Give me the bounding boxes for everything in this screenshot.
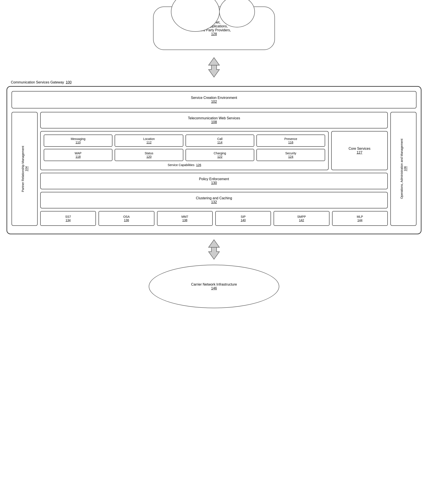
sc-security: Security 124 — [256, 149, 325, 161]
pe-title: Policy Enforcement — [43, 177, 385, 181]
cc-ref: 132 — [43, 200, 385, 204]
carrier-ref: 146 — [211, 287, 217, 290]
tws-title: Telecommunication Web Services — [43, 116, 385, 120]
tws-box: Telecommunication Web Services 108 — [40, 112, 388, 128]
cc-title: Clustering and Caching — [43, 196, 385, 200]
sc-location: Location 112 — [115, 135, 183, 147]
carrier-title: Carrier Network Infrastructure — [191, 282, 237, 287]
carrier-network-ellipse: Carrier Network Infrastructure 146 — [149, 265, 279, 308]
svg-marker-3 — [209, 247, 219, 259]
center-content: Telecommunication Web Services 108 Messa… — [40, 112, 388, 226]
core-box: Core Services 127 — [331, 131, 388, 170]
prm-text: Partner Relationship Management 104 — [21, 146, 28, 192]
sc-charging: Charging 122 — [186, 149, 254, 161]
core-ref: 127 — [349, 151, 370, 154]
sc-call: Call 114 — [186, 135, 254, 147]
oam-text: Operations, Administration and Managemen… — [400, 139, 407, 199]
sc-presence: Presence 116 — [256, 135, 325, 147]
proto-mlp: MLP 144 — [332, 211, 388, 226]
internet-cloud: Internet, Web Applications, Third Party … — [153, 7, 275, 50]
sc-label: Service Capabilities 126 — [44, 163, 325, 167]
gateway-label-text: Communication Services Gateway — [11, 80, 64, 84]
sc-box: Messaging 110 Location 112 Call 114 — [40, 131, 329, 170]
cc-box: Clustering and Caching 132 — [40, 192, 388, 208]
gateway-box: Service Creation Environment 102 Partner… — [7, 86, 421, 234]
proto-sip: SIP 140 — [215, 211, 271, 226]
cloud-line3: Third Party Providers, — [197, 28, 231, 32]
cloud-line2: Web Applications, — [200, 24, 228, 28]
sc-status: Status 120 — [115, 149, 183, 161]
bottom-arrow — [205, 239, 223, 260]
svg-marker-1 — [209, 65, 219, 77]
sc-messaging: Messaging 110 — [44, 135, 112, 147]
middle-row: Partner Relationship Management 104 Tele… — [12, 112, 416, 226]
sce-title: Service Creation Environment — [14, 96, 414, 100]
pe-ref: 130 — [43, 181, 385, 185]
proto-smpp: SMPP 142 — [274, 211, 329, 226]
sce-ref: 102 — [14, 100, 414, 104]
proto-osa: OSA 136 — [99, 211, 154, 226]
oam-box: Operations, Administration and Managemen… — [390, 112, 416, 226]
protocol-row: SS7 134 OSA 136 MM7 138 SIP 140 — [40, 211, 388, 226]
sc-core-row: Messaging 110 Location 112 Call 114 — [40, 131, 388, 170]
sce-box: Service Creation Environment 102 — [12, 91, 416, 108]
pe-box: Policy Enforcement 130 — [40, 173, 388, 189]
gateway-ref: 100 — [66, 80, 72, 84]
proto-ss7: SS7 134 — [40, 211, 96, 226]
top-arrow — [205, 56, 223, 78]
sc-wap: WAP 118 — [44, 149, 112, 161]
tws-ref: 108 — [43, 120, 385, 124]
sc-grid: Messaging 110 Location 112 Call 114 — [44, 135, 325, 161]
core-title: Core Services — [349, 147, 370, 151]
prm-box: Partner Relationship Management 104 — [12, 112, 38, 226]
proto-mm7: MM7 138 — [157, 211, 213, 226]
cloud-line1: Internet, — [208, 20, 221, 24]
cloud-ref: 128 — [211, 32, 217, 36]
